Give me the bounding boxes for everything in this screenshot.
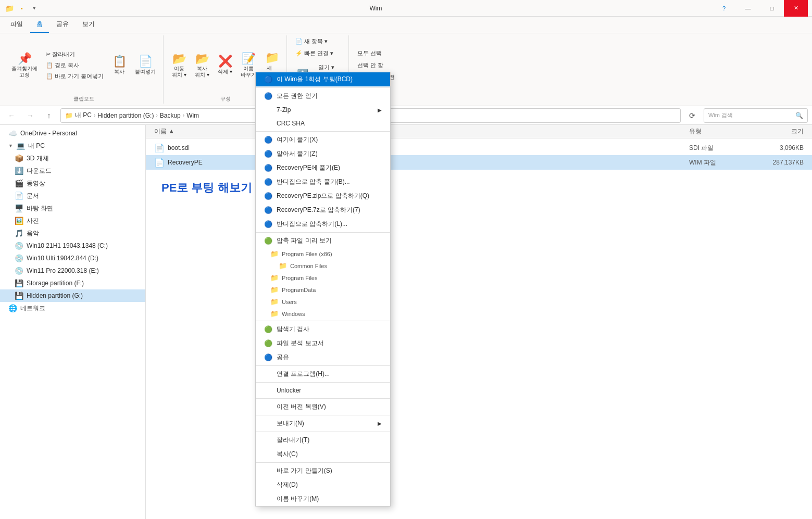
ctx-open-with-item[interactable]: 연결 프로그램(H)... — [256, 367, 390, 381]
sidebar-item-g[interactable]: 💾 Hidden partition (G:) — [0, 289, 145, 302]
col-name-header[interactable]: 이름 ▲ — [154, 127, 689, 136]
tab-home[interactable]: 홈 — [30, 17, 49, 33]
refresh-button[interactable]: ⟳ — [685, 108, 699, 123]
ctx-compress-bandizip-item[interactable]: 🔵 반디집으로 압축하기(L)... — [256, 217, 390, 231]
ctx-compress-bandizip-label: 반디집으로 압축하기(L)... — [277, 220, 347, 229]
copyto-label: 복사위치 ▾ — [195, 66, 209, 78]
context-menu: 🔵 이 Wim을 1회성 부팅(BCD) 🔵 모든 권한 얻기 7-Zip ▶ … — [255, 72, 391, 507]
ctx-sep-5 — [256, 365, 390, 366]
file-type-recovery: WIM 파일 — [689, 158, 752, 167]
ctx-extract-to-item[interactable]: 🔵 RecoveryPE에 풀기(E) — [256, 161, 390, 175]
ctx-compress-zip-item[interactable]: 🔵 RecoveryPE.zip으로 압축하기(Q) — [256, 189, 390, 203]
ctx-delete-ctx-item[interactable]: 삭제(D) — [256, 478, 390, 492]
up-button[interactable]: ↑ — [42, 108, 56, 123]
ctx-file-analysis-item[interactable]: 🟢 파일 분석 보고서 — [256, 336, 390, 350]
cut-button[interactable]: ✂ 잘라내기 — [43, 49, 107, 59]
back-button[interactable]: ← — [4, 108, 19, 123]
ctx-rename-ctx-item[interactable]: 이름 바꾸기(M) — [256, 492, 390, 506]
sendto-arrow: ▶ — [378, 421, 382, 426]
ctx-crcsha-item[interactable]: CRC SHA — [256, 117, 390, 130]
sidebar-label-3d: 3D 개체 — [27, 154, 49, 163]
folder-icon-pf: 📁 — [270, 274, 279, 282]
sidebar-item-onedrive[interactable]: ☁️ OneDrive - Personal — [0, 127, 145, 140]
sidebar-item-d[interactable]: 💿 Win10 Ulti 19042.844 (D:) — [0, 252, 145, 264]
ctx-explorer-scan-item[interactable]: 🟢 탐색기 검사 — [256, 322, 390, 336]
sidebar-item-photos[interactable]: 🖼️ 사진 — [0, 214, 145, 227]
titlebar: 📁 ▪ ▾ Wim ? — □ ✕ — [0, 0, 812, 17]
ctx-extract-bandizip-label: 반디집으로 압축 풀기(B)... — [277, 178, 350, 186]
open-button[interactable]: 열기 ▾ — [315, 62, 344, 72]
sidebar-item-downloads[interactable]: ⬇️ 다운로드 — [0, 164, 145, 177]
ctx-create-shortcut-item[interactable]: 바로 가기 만들기(S) — [256, 464, 390, 478]
ctx-programfiles-x86: 📁 Program Files (x86) — [256, 248, 390, 260]
ctx-preview-label: 압축 파일 미리 보기 — [277, 236, 332, 245]
copy-path-button[interactable]: 📋 경로 복사 — [43, 60, 107, 70]
tab-view[interactable]: 보기 — [76, 17, 101, 33]
ctx-extract-here-item[interactable]: 🔵 여기에 풀기(X) — [256, 133, 390, 147]
tab-share[interactable]: 공유 — [50, 17, 75, 33]
ctx-perms-item[interactable]: 🔵 모든 권한 얻기 — [256, 89, 390, 103]
ctx-bcd-item[interactable]: 🔵 이 Wim을 1회성 부팅(BCD) — [256, 72, 390, 86]
sidebar-item-videos[interactable]: 🎬 동영상 — [0, 177, 145, 189]
help-button[interactable]: ? — [712, 0, 736, 17]
copy-to-button[interactable]: 📂 복사위치 ▾ — [192, 51, 213, 80]
search-box[interactable]: Wim 검색 🔍 — [704, 108, 808, 123]
compress-7z-icon: 🔵 — [264, 206, 272, 214]
copy-button[interactable]: 📋 복사 — [109, 54, 130, 78]
ctx-compress-zip-label: RecoveryPE.zip으로 압축하기(Q) — [277, 192, 369, 200]
ctx-copy-item[interactable]: 복사(C) — [256, 447, 390, 461]
sidebar-item-e[interactable]: 💿 Win11 Pro 22000.318 (E:) — [0, 264, 145, 277]
ctx-sendto-item[interactable]: 보내기(N) ▶ — [256, 416, 390, 431]
sidebar-item-desktop[interactable]: 🖥️ 바탕 화면 — [0, 202, 145, 214]
paste-button[interactable]: 📄 붙여넣기 — [132, 54, 159, 78]
delete-icon: ❌ — [218, 56, 232, 67]
ctx-compress-7z-item[interactable]: 🔵 RecoveryPE.7z로 압축하기(7) — [256, 203, 390, 217]
ctx-7zip-item[interactable]: 7-Zip ▶ — [256, 103, 390, 117]
select-none-button[interactable]: 선택 안 함 — [354, 60, 386, 70]
close-button[interactable]: ✕ — [784, 0, 808, 17]
sidebar-item-network[interactable]: 🌐 네트워크 — [0, 302, 145, 314]
ctx-extract-smart-item[interactable]: 🔵 알아서 풀기(Z) — [256, 147, 390, 161]
quick-access-button[interactable]: ⚡ 빠른 연결 ▾ — [292, 48, 336, 58]
delete-button[interactable]: ❌ 삭제 ▾ — [215, 54, 235, 78]
new-item-button[interactable]: 📄 새 항목 ▾ — [292, 36, 331, 46]
minimize-button[interactable]: — — [736, 0, 760, 17]
select-all-button[interactable]: 모두 선택 — [354, 48, 385, 58]
desktop-icon: 🖥️ — [15, 204, 23, 212]
ctx-programdata: 📁 ProgramData — [256, 284, 390, 296]
move-button[interactable]: 📂 이동위치 ▾ — [169, 51, 190, 80]
ctx-preview-item[interactable]: 🟢 압축 파일 미리 보기 — [256, 234, 390, 248]
extract-here-icon: 🔵 — [264, 136, 272, 144]
ctx-unlocker-item[interactable]: Unlocker — [256, 384, 390, 397]
sidebar-label-mypc: 내 PC — [28, 142, 45, 150]
sidebar-item-music[interactable]: 🎵 음악 — [0, 227, 145, 239]
paste-shortcut-button[interactable]: 📋 바로 가기 붙여넣기 — [43, 71, 107, 81]
sidebar-item-mypc[interactable]: ▼ 💻 내 PC — [0, 140, 145, 152]
redo-icon: ▾ — [29, 3, 40, 14]
file-row-boot[interactable]: 📄 boot.sdi SDI 파일 3,096KB — [146, 141, 812, 155]
ctx-sep-6 — [256, 382, 390, 383]
ctx-pd-label: ProgramData — [282, 287, 316, 293]
sidebar-item-3d[interactable]: 📦 3D 개체 — [0, 152, 145, 164]
sidebar-item-c[interactable]: 💿 Win10 21H1 19043.1348 (C:) — [0, 239, 145, 252]
ctx-programfiles: 📁 Program Files — [256, 272, 390, 284]
col-size-header[interactable]: 크기 — [752, 127, 804, 136]
sidebar-item-f[interactable]: 💾 Storage partition (F:) — [0, 277, 145, 289]
breadcrumb-pc: 내 PC — [75, 111, 92, 120]
forward-button[interactable]: → — [23, 108, 38, 123]
file-row-recovery[interactable]: 📄 RecoveryPE WIM 파일 287,137KB — [146, 155, 812, 170]
pin-icon: 📌 — [18, 53, 32, 65]
col-type-header[interactable]: 유형 — [689, 127, 752, 136]
ctx-users-label: Users — [282, 299, 297, 305]
ctx-cut-item[interactable]: 잘라내기(T) — [256, 433, 390, 447]
ctx-users: 📁 Users — [256, 296, 390, 308]
sidebar-item-docs[interactable]: 📄 문서 — [0, 189, 145, 202]
share-icon: 🔵 — [264, 353, 272, 361]
tab-file[interactable]: 파일 — [4, 17, 29, 33]
ctx-extract-bandizip-item[interactable]: 🔵 반디집으로 압축 풀기(B)... — [256, 175, 390, 189]
ctx-restore-version-item[interactable]: 이전 버전 복원(V) — [256, 400, 390, 414]
ctx-sep-8 — [256, 415, 390, 415]
ctx-share-item[interactable]: 🔵 공유 — [256, 350, 390, 364]
pin-button[interactable]: 📌 즐겨찾기에고정 — [8, 51, 41, 80]
maximize-button[interactable]: □ — [760, 0, 784, 17]
